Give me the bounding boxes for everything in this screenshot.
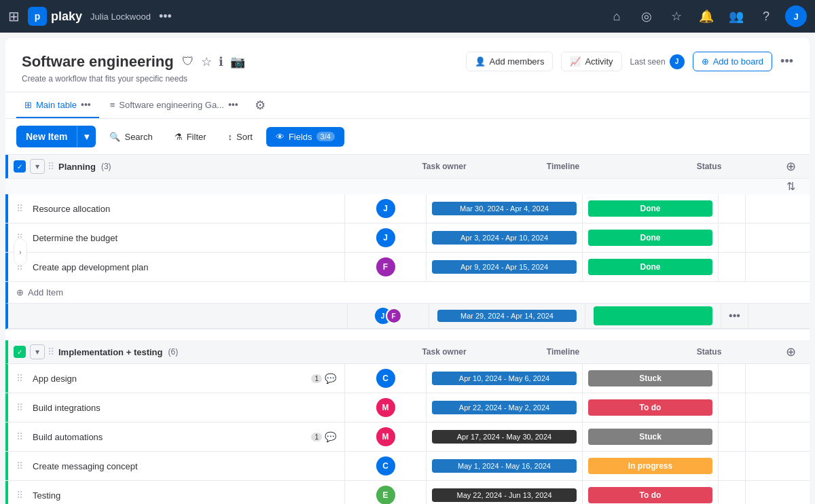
impl-status-badge-2[interactable]: Stuck — [588, 429, 712, 445]
impl-status-badge-0[interactable]: Stuck — [588, 370, 712, 386]
add-to-board-button[interactable]: ⊕ Add to board — [693, 52, 772, 71]
status-badge-0[interactable]: Done — [588, 200, 712, 217]
planning-add-item-row[interactable]: ⊕ Add Item — [5, 282, 810, 304]
impl-status-cell-2: Stuck — [583, 422, 719, 451]
planning-add-col-btn[interactable]: ⊕ — [777, 159, 804, 174]
home-icon[interactable]: ⌂ — [606, 5, 628, 27]
avatar-2: F — [376, 257, 395, 276]
search-button[interactable]: 🔍 Search — [101, 127, 160, 147]
impl-owner-cell-2: M — [345, 422, 427, 451]
timeline-bar-0: Mar 30, 2024 - Apr 4, 2024 — [432, 202, 577, 215]
impl-owner-cell-3: C — [345, 452, 427, 480]
impl-status-badge-1[interactable]: To do — [588, 399, 712, 416]
people-icon[interactable]: 👥 — [725, 5, 747, 27]
impl-group-checkbox[interactable]: ✓ — [14, 346, 26, 358]
comment-icon-0[interactable]: 💬 — [325, 373, 336, 384]
impl-task-name-2[interactable]: Build automations — [33, 432, 306, 442]
impl-task-name-0[interactable]: App design — [33, 374, 306, 384]
camera-icon[interactable]: 📷 — [230, 54, 245, 69]
planning-summary-avatars: J F — [375, 308, 402, 324]
planning-task-name-cell-1: ⠿ Determine the budget — [5, 223, 345, 252]
shield-icon[interactable]: 🛡 — [182, 54, 194, 69]
project-subtitle: Create a workflow that fits your specifi… — [22, 74, 793, 84]
status-cell-0: Done — [583, 194, 719, 223]
impl-task-name-4[interactable]: Testing — [33, 490, 336, 501]
status-badge-1[interactable]: Done — [588, 230, 712, 246]
tab-main-table[interactable]: ⊞ Main table ••• — [16, 92, 99, 118]
bell-icon[interactable]: 🔔 — [695, 5, 717, 27]
impl-extra-cell-4 — [719, 481, 746, 504]
new-item-dropdown-arrow[interactable]: ▾ — [77, 126, 96, 147]
task-name-1[interactable]: Determine the budget — [33, 233, 336, 243]
comment-icon-2[interactable]: 💬 — [325, 431, 336, 442]
impl-group-header: ✓ ▾ ⠿ Implementation + testing (6) Task … — [5, 340, 810, 364]
filter-button[interactable]: ⚗ Filter — [166, 127, 215, 147]
task-name-0[interactable]: Resource allocation — [33, 204, 336, 214]
sort-button[interactable]: ↕ Sort — [220, 127, 261, 147]
fields-button[interactable]: 👁 Fields 3/4 — [266, 127, 344, 147]
impl-row-drag-icon-1[interactable]: ⠿ — [16, 402, 23, 413]
impl-task-name-3[interactable]: Create messaging concept — [33, 461, 336, 471]
planning-group-header: ✓ ▾ ⠿ Planning (3) Task owner Timeline S… — [5, 155, 810, 179]
project-icons: 🛡 ☆ ℹ 📷 — [182, 54, 245, 69]
impl-col-task-owner: Task owner — [403, 347, 485, 357]
impl-owner-cell-1: M — [345, 393, 427, 422]
impl-status-badge-4[interactable]: To do — [588, 487, 712, 503]
impl-row-drag-icon-3[interactable]: ⠿ — [16, 461, 23, 471]
avatar-0: J — [376, 199, 395, 218]
planning-summary-dots[interactable]: ••• — [721, 304, 748, 328]
planning-group-chevron[interactable]: ▾ — [30, 159, 45, 174]
status-badge-2[interactable]: Done — [588, 259, 712, 275]
top-navigation: ⊞ p plaky Julia Lockwood ••• ⌂ ◎ ☆ 🔔 👥 ?… — [0, 0, 815, 33]
help-icon[interactable]: ? — [755, 5, 777, 27]
extra-cell-1 — [719, 223, 746, 252]
project-more-icon[interactable]: ••• — [780, 54, 793, 69]
planning-summary-name — [8, 304, 348, 328]
task-name-2[interactable]: Create app development plan — [33, 262, 336, 272]
planning-col-status: Status — [641, 162, 777, 171]
filter-icon: ⚗ — [175, 132, 183, 142]
user-avatar[interactable]: J — [785, 5, 807, 27]
side-toggle-button[interactable]: › — [14, 238, 27, 266]
fields-eye-icon: 👁 — [276, 132, 285, 142]
impl-extra-cell-2 — [719, 422, 746, 451]
task-owner-cell-0: J — [345, 194, 427, 223]
grid-menu-icon[interactable]: ⊞ — [8, 8, 20, 24]
impl-row-drag-icon-0[interactable]: ⠿ — [16, 373, 23, 384]
planning-group-checkbox[interactable]: ✓ — [14, 160, 26, 173]
task-owner-cell-1: J — [345, 223, 427, 252]
table-row: ⠿ Testing E May 22, 2024 - Jun 13, 2024 … — [5, 481, 810, 504]
project-title: Software engineering — [22, 53, 174, 71]
impl-task-name-1[interactable]: Build integrations — [33, 403, 336, 413]
planning-group-count: (3) — [101, 162, 111, 171]
impl-status-badge-3[interactable]: In progress — [588, 458, 712, 474]
tab-gantt[interactable]: ≡ Software engineering Ga... ••• — [102, 92, 247, 118]
view-settings-icon[interactable]: ⚙ — [255, 98, 266, 113]
impl-task-name-cell-4: ⠿ Testing — [5, 481, 345, 504]
impl-add-col-btn[interactable]: ⊕ — [777, 344, 804, 359]
target-icon[interactable]: ◎ — [636, 5, 657, 27]
new-item-button[interactable]: New Item ▾ — [16, 126, 96, 147]
table-row: ⠿ Build automations 1 💬 M Apr 17, 2024 -… — [5, 422, 810, 452]
impl-row-drag-icon-4[interactable]: ⠿ — [16, 490, 23, 501]
star-icon[interactable]: ☆ — [666, 5, 687, 27]
impl-group-name: Implementation + testing — [58, 347, 163, 357]
nav-more-icon[interactable]: ••• — [159, 10, 172, 24]
add-members-button[interactable]: 👤 Add members — [466, 52, 554, 71]
impl-row-drag-icon-2[interactable]: ⠿ — [16, 431, 23, 442]
app-logo[interactable]: p plaky — [28, 7, 82, 26]
info-icon[interactable]: ℹ — [219, 54, 223, 69]
sort-icon: ↕ — [228, 132, 233, 142]
planning-summary-more-icon[interactable]: ••• — [729, 310, 740, 322]
activity-button[interactable]: 📈 Activity — [561, 52, 621, 71]
project-title-row: Software engineering 🛡 ☆ ℹ 📷 👤 Add membe… — [22, 52, 793, 71]
impl-group-chevron[interactable]: ▾ — [30, 344, 45, 359]
impl-timeline-bar-4: May 22, 2024 - Jun 13, 2024 — [432, 488, 577, 502]
new-item-label: New Item — [16, 126, 77, 147]
star-project-icon[interactable]: ☆ — [201, 54, 212, 69]
impl-task-icons-0: 1 💬 — [311, 373, 336, 384]
task-owner-cell-2: F — [345, 253, 427, 281]
main-table-tab-more[interactable]: ••• — [81, 99, 91, 110]
row-drag-icon-0[interactable]: ⠿ — [16, 203, 23, 214]
gantt-tab-more[interactable]: ••• — [228, 99, 238, 110]
